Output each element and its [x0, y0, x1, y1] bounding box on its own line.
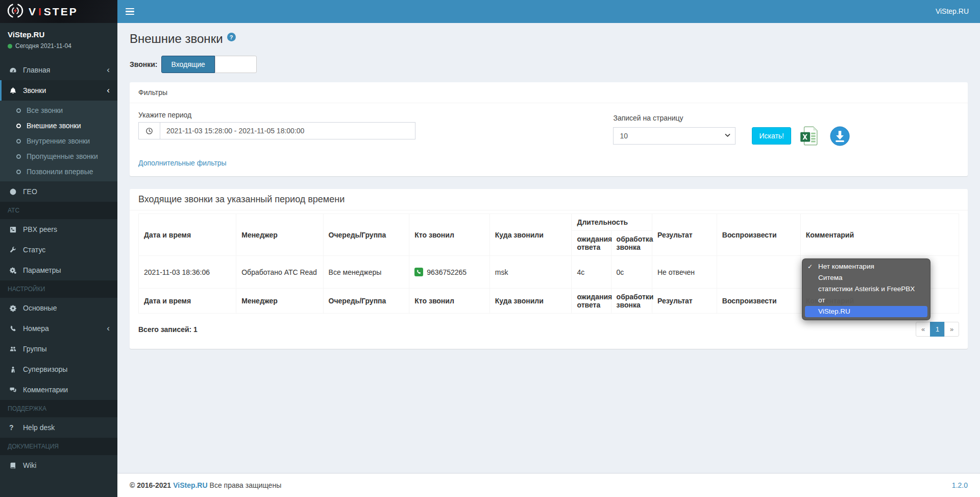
fcol-result: Результат: [652, 289, 717, 314]
pagination-prev[interactable]: «: [916, 322, 930, 337]
fcol-datetime: Дата и время: [139, 289, 236, 314]
col-play: Воспроизвести: [717, 214, 800, 256]
sidebar-user-panel: ViStep.RU Сегодня 2021-11-04: [0, 23, 117, 56]
col-datetime: Дата и время: [139, 214, 236, 256]
sidebar-section-nastroyki: НАСТРОЙКИ: [0, 280, 117, 298]
sidebar-item-glavnaya[interactable]: Главная ‹: [0, 60, 117, 80]
dropdown-option-highlighted[interactable]: ViStep.RU: [805, 306, 927, 317]
sidebar-subitem-vneshnie-zvonki[interactable]: Внешние звонки: [0, 118, 117, 133]
calls-toggle-label: Звонки:: [130, 60, 157, 68]
sidebar-subitem-vnutrennie-zvonki[interactable]: Внутренние звонки: [0, 133, 117, 149]
sidebar-item-status[interactable]: Статус: [0, 240, 117, 260]
sidebar-item-gruppy[interactable]: Группы: [0, 339, 117, 359]
sidebar-subitem-pozvonili-vpervye[interactable]: Позвонили впервые: [0, 164, 117, 179]
gauge-icon: [9, 66, 23, 74]
copyright-suffix: Все права защищены: [210, 481, 282, 489]
online-status-icon: [8, 44, 12, 49]
calls-toggle-group: Звонки: Входящие: [130, 56, 968, 73]
logo-area[interactable]: VISTEP: [0, 0, 117, 23]
cell-wait: 4с: [572, 256, 611, 289]
col-manager: Менеджер: [236, 214, 323, 256]
footer-brand-link[interactable]: ViStep.RU: [173, 481, 207, 489]
toggle-outgoing-button[interactable]: [215, 56, 257, 73]
logo-text: VISTEP: [29, 6, 78, 18]
users-icon: [9, 345, 23, 353]
more-filters-link[interactable]: Дополнительные фильтры: [138, 159, 227, 167]
phone-icon: [414, 268, 423, 276]
per-page-label: Записей на страницу: [613, 114, 850, 122]
sidebar-item-zvonki[interactable]: Звонки ‹: [0, 80, 117, 101]
sidebar-item-pbx-peers[interactable]: PBX peers: [0, 219, 117, 240]
sidebar-item-kommentarii[interactable]: Комментарии: [0, 380, 117, 400]
dropdown-option[interactable]: статистики Asterisk и FreePBX: [802, 283, 930, 295]
sidebar-user-status: Сегодня 2021-11-04: [8, 42, 110, 50]
sidebar-subitem-vse-zvonki[interactable]: Все звонки: [0, 103, 117, 118]
phone-icon: [9, 325, 23, 333]
sidebar-item-osnovnye[interactable]: Основные: [0, 298, 117, 318]
gears-icon: [9, 267, 23, 274]
copyright-prefix: © 2016-2021: [130, 481, 171, 489]
sidebar-item-supervizory[interactable]: Супервизоры: [0, 359, 117, 380]
cell-queue: Все менеджеры: [323, 256, 409, 289]
check-icon: ✓: [807, 261, 813, 272]
pagination: « 1 »: [916, 322, 959, 337]
fcol-wait: ожидания ответа: [572, 289, 611, 314]
cell-play: [717, 256, 800, 289]
filters-box: Фильтры Укажите период Записей на страни…: [130, 82, 968, 176]
table-header-row: Дата и время Менеджер Очередь/Группа Кто…: [139, 214, 959, 231]
download-icon[interactable]: [830, 126, 850, 146]
version-label: 1.2.0: [952, 481, 968, 489]
comment-select-dropdown: ✓ Нет комментария Ситема статистики Aste…: [802, 258, 930, 320]
excel-export-icon[interactable]: [798, 125, 820, 147]
search-button[interactable]: Искать!: [752, 127, 791, 145]
hamburger-icon[interactable]: [117, 0, 142, 23]
sidebar-item-wiki[interactable]: Wiki: [0, 455, 117, 476]
toggle-incoming-button[interactable]: Входящие: [161, 56, 214, 73]
col-comment: Комментарий: [800, 214, 959, 256]
fcol-play: Воспроизвести: [717, 289, 800, 314]
circle-o-icon: [16, 170, 21, 174]
sidebar-item-helpdesk[interactable]: ? Help desk: [0, 417, 117, 438]
cell-manager: Обработано АТС Read: [236, 256, 323, 289]
cell-callee: msk: [489, 256, 572, 289]
col-queue: Очередь/Группа: [323, 214, 409, 256]
col-wait: ожидания ответа: [572, 231, 611, 256]
sidebar-item-parametry[interactable]: Параметры: [0, 260, 117, 280]
circle-o-icon: [16, 124, 21, 128]
clock-icon: [138, 122, 160, 139]
calls-table-title: Входящие звонки за указанный период врем…: [130, 189, 968, 210]
topbar: ViStep.RU: [117, 0, 980, 23]
cell-result: Не отвечен: [652, 256, 717, 289]
sidebar-subitem-propushchennye-zvonki[interactable]: Пропущенные звонки: [0, 149, 117, 164]
phone-square-icon: [9, 226, 23, 233]
sidebar-item-geo[interactable]: ГЕО: [0, 181, 117, 202]
logo-icon: [7, 3, 23, 20]
dropdown-option[interactable]: Ситема: [802, 272, 930, 283]
topbar-account-link[interactable]: ViStep.RU: [924, 0, 980, 23]
chevron-left-icon: ‹: [107, 326, 110, 331]
cell-caller: 9636752265: [409, 256, 489, 289]
pagination-next[interactable]: »: [944, 322, 959, 337]
help-icon[interactable]: ?: [227, 33, 236, 41]
dropdown-option[interactable]: ✓ Нет комментария: [802, 261, 930, 272]
period-input[interactable]: [160, 122, 415, 139]
dropdown-option[interactable]: от: [802, 295, 930, 306]
sidebar-user-name: ViStep.RU: [8, 30, 110, 39]
cell-processing: 0с: [611, 256, 652, 289]
fcol-caller: Кто звонил: [409, 289, 489, 314]
pagination-page-1[interactable]: 1: [930, 322, 945, 337]
user-icon: [9, 366, 23, 373]
comments-icon: [9, 386, 23, 394]
bell-icon: [9, 87, 23, 94]
per-page-select[interactable]: 10: [613, 127, 736, 145]
zvonki-submenu: Все звонки Внешние звонки Внутренние зво…: [0, 101, 117, 181]
circle-o-icon: [16, 108, 21, 113]
question-icon: ?: [9, 423, 23, 432]
fcol-manager: Менеджер: [236, 289, 323, 314]
page-footer: © 2016-2021 ViStep.RU Все права защищены…: [117, 473, 980, 497]
fcol-queue: Очередь/Группа: [323, 289, 409, 314]
chevron-left-icon: ‹: [107, 88, 110, 93]
circle-o-icon: [16, 154, 21, 159]
sidebar-item-nomera[interactable]: Номера ‹: [0, 318, 117, 339]
cell-datetime: 2021-11-03 18:36:06: [139, 256, 236, 289]
